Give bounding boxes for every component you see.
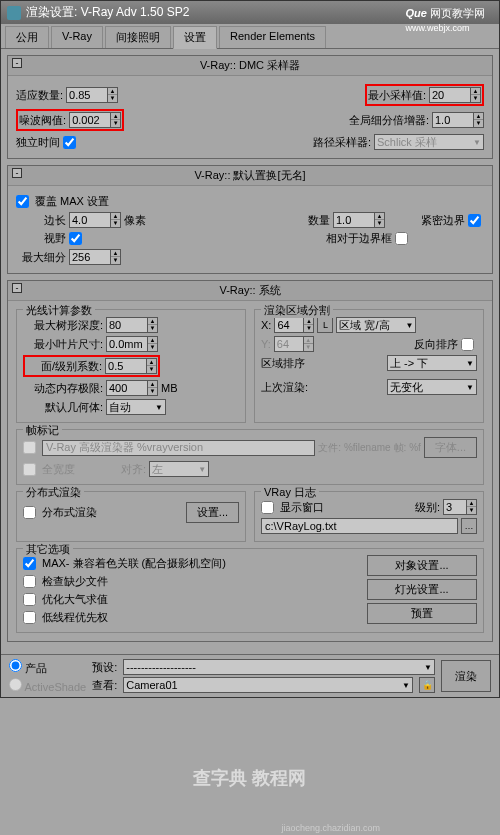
prev-render-dropdown[interactable]: 无变化▼ (387, 379, 477, 395)
rollout-default-disp: - V-Ray:: 默认置换[无名] 覆盖 MAX 设置 边长 ▲▼ 像素 数量… (7, 165, 493, 274)
tab-common[interactable]: 公用 (5, 26, 49, 48)
reverse-check[interactable] (461, 338, 474, 351)
dyn-mem-spinner[interactable]: ▲▼ (106, 380, 158, 396)
def-geom-dropdown[interactable]: 自动▼ (106, 399, 166, 415)
override-check[interactable] (16, 195, 29, 208)
preset-label: 预设: (92, 660, 117, 675)
frame-text-input (42, 440, 315, 456)
frame-check (23, 441, 36, 454)
log-level-spinner[interactable]: ▲▼ (443, 499, 477, 515)
font-button: 字体... (424, 437, 477, 458)
bottom-bar: 产品 ActiveShade 预设:-------------------▼ 查… (1, 654, 499, 697)
override-label: 覆盖 MAX 设置 (35, 194, 109, 209)
amount-label: 数量 (308, 213, 330, 228)
low-thread-check[interactable] (23, 611, 36, 624)
log-path-input[interactable] (261, 518, 458, 534)
lock-view-icon[interactable]: 🔒 (419, 677, 435, 693)
watermark-bottom: 查字典 教程网 (193, 766, 306, 790)
lock-button[interactable]: L (317, 317, 333, 333)
tight-label: 紧密边界 (421, 213, 465, 228)
rollout-header-dmc[interactable]: - V-Ray:: DMC 采样器 (8, 56, 492, 76)
rollout-header-disp[interactable]: - V-Ray:: 默认置换[无名] (8, 166, 492, 186)
relative-check[interactable] (395, 232, 408, 245)
preset-dropdown[interactable]: -------------------▼ (123, 659, 435, 675)
check-missing-check[interactable] (23, 575, 36, 588)
region-x-spinner[interactable]: ▲▼ (274, 317, 314, 333)
noise-spinner[interactable]: ▲▼ (69, 112, 121, 128)
adapt-amount-label: 适应数量: (16, 88, 63, 103)
vray-log-group: VRay 日志 显示窗口级别:▲▼ … (254, 491, 484, 542)
face-level-spinner[interactable]: ▲▼ (105, 358, 157, 374)
collapse-icon[interactable]: - (12, 168, 22, 178)
path-sampler-dropdown: Schlick 采样▼ (374, 134, 484, 150)
dist-render-group: 分布式渲染 分布式渲染设置... (16, 491, 246, 542)
render-button[interactable]: 渲染 (441, 660, 491, 692)
rollout-dmc: - V-Ray:: DMC 采样器 适应数量: ▲▼ 最小采样值: ▲▼ 噪波阀… (7, 55, 493, 159)
tight-check[interactable] (468, 214, 481, 227)
indep-time-label: 独立时间 (16, 135, 60, 150)
view-label: 视野 (16, 231, 66, 246)
show-window-check[interactable] (261, 501, 274, 514)
ray-calc-group: 光线计算参数 最大树形深度:▲▼ 最小叶片尺寸:▲▼ 面/级别系数: ▲▼ 动态… (16, 309, 246, 423)
global-subdiv-label: 全局细分倍增器: (349, 113, 429, 128)
region-seq-dropdown[interactable]: 上 -> 下▼ (387, 355, 477, 371)
obj-settings-button[interactable]: 对象设置... (367, 555, 477, 576)
activeshade-radio: ActiveShade (9, 678, 86, 693)
rollout-header-system[interactable]: - V-Ray:: 系统 (8, 281, 492, 301)
tab-indirect[interactable]: 间接照明 (105, 26, 171, 48)
tab-settings[interactable]: 设置 (173, 26, 217, 49)
tab-vray[interactable]: V-Ray (51, 26, 103, 48)
align-dropdown: 左▼ (149, 461, 209, 477)
view-check[interactable] (69, 232, 82, 245)
edge-label: 边长 (16, 213, 66, 228)
frame-stamp-group: 帧标记 文件: %filename帧: %f字体... 全宽度对齐:左▼ (16, 429, 484, 485)
max-depth-spinner[interactable]: ▲▼ (106, 317, 158, 333)
relative-label: 相对于边界框 (326, 231, 392, 246)
max-subdiv-spinner[interactable]: ▲▼ (69, 249, 121, 265)
dist-check[interactable] (23, 506, 36, 519)
collapse-icon[interactable]: - (12, 58, 22, 68)
min-samples-label: 最小采样值: (368, 89, 426, 101)
fullwidth-check (23, 463, 36, 476)
light-settings-button[interactable]: 灯光设置... (367, 579, 477, 600)
browse-button[interactable]: … (461, 518, 477, 534)
path-sampler-label: 路径采样器: (313, 135, 371, 150)
dist-settings-button[interactable]: 设置... (186, 502, 239, 523)
edge-spinner[interactable]: ▲▼ (69, 212, 121, 228)
max-compat-check[interactable] (23, 557, 36, 570)
other-options-group: 其它选项 MAX- 兼容着色关联 (配合摄影机空间) 检查缺少文件 优化大气求值… (16, 548, 484, 633)
region-group: 渲染区域分割 X:▲▼L区域 宽/高▼ Y:▲▼反向排序 区域排序上 -> 下▼… (254, 309, 484, 423)
noise-label: 噪波阀值: (19, 114, 66, 126)
min-samples-spinner[interactable]: ▲▼ (429, 87, 481, 103)
global-subdiv-spinner[interactable]: ▲▼ (432, 112, 484, 128)
view-label: 查看: (92, 678, 117, 693)
amount-spinner[interactable]: ▲▼ (333, 212, 385, 228)
region-wh-dropdown[interactable]: 区域 宽/高▼ (336, 317, 416, 333)
product-radio[interactable]: 产品 (9, 659, 86, 676)
min-leaf-spinner[interactable]: ▲▼ (106, 336, 158, 352)
max-subdiv-label: 最大细分 (16, 250, 66, 265)
collapse-icon[interactable]: - (12, 283, 22, 293)
watermark-top: Que 网页教学网 www.webjx.com (406, 6, 485, 33)
indep-time-check[interactable] (63, 136, 76, 149)
view-dropdown[interactable]: Camera01▼ (123, 677, 413, 693)
optimize-check[interactable] (23, 593, 36, 606)
adapt-amount-spinner[interactable]: ▲▼ (66, 87, 118, 103)
app-icon (7, 6, 21, 20)
rollout-system: - V-Ray:: 系统 光线计算参数 最大树形深度:▲▼ 最小叶片尺寸:▲▼ … (7, 280, 493, 642)
watermark-url: jiaocheng.chazidian.com (281, 823, 380, 833)
region-y-spinner: ▲▼ (274, 336, 314, 352)
presets-button[interactable]: 预置 (367, 603, 477, 624)
tab-render-elements[interactable]: Render Elements (219, 26, 326, 48)
